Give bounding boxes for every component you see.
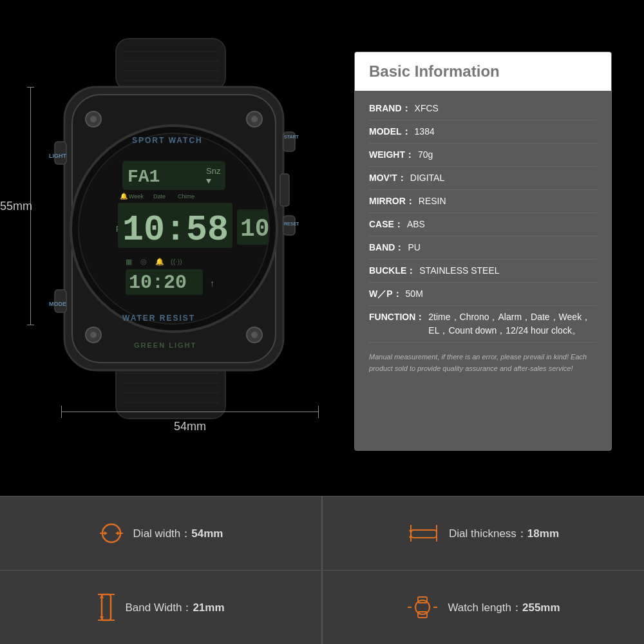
info-label-6: BAND： bbox=[369, 241, 404, 254]
svg-point-19 bbox=[251, 332, 258, 338]
dial-thickness-text: Dial thickness：18mm bbox=[449, 526, 559, 541]
info-panel: Basic Information BRAND：XFCSMODEL：1384WE… bbox=[354, 52, 612, 451]
dial-width-text: Dial width：54mm bbox=[133, 526, 223, 541]
svg-point-17 bbox=[90, 332, 97, 338]
svg-text:▦: ▦ bbox=[126, 258, 132, 265]
svg-text:((·)): ((·)) bbox=[171, 258, 182, 265]
band-width-text: Band Width：21mm bbox=[125, 600, 224, 615]
info-label-3: MOV'T： bbox=[369, 171, 406, 185]
svg-marker-63 bbox=[409, 534, 413, 538]
svg-rect-28 bbox=[280, 174, 289, 206]
info-title-bar: Basic Information bbox=[355, 52, 611, 91]
info-value-0: XFCS bbox=[415, 102, 597, 115]
svg-text:FA1: FA1 bbox=[128, 167, 160, 187]
info-row-6: BAND：PU bbox=[369, 236, 597, 260]
watch-length-text: Watch length：255mm bbox=[448, 600, 560, 615]
info-row-7: BUCKLE：STAINLESS STEEL bbox=[369, 260, 597, 283]
info-value-6: PU bbox=[408, 241, 597, 254]
watch-length-icon bbox=[406, 596, 439, 619]
svg-marker-58 bbox=[115, 531, 118, 535]
info-value-9: 2time，Chrono，Alarm，Date，Week，EL，Count do… bbox=[428, 310, 597, 337]
info-label-5: CASE： bbox=[369, 218, 403, 231]
band-width-icon bbox=[97, 593, 116, 621]
svg-text:↑: ↑ bbox=[210, 278, 214, 289]
spec-cell-dial-thickness: Dial thickness：18mm bbox=[322, 497, 644, 570]
info-row-2: WEIGHT：70g bbox=[369, 144, 597, 167]
info-note: Manual measurement, if there is an error… bbox=[369, 352, 597, 374]
info-value-2: 70g bbox=[418, 148, 597, 162]
svg-text:10:20: 10:20 bbox=[129, 272, 187, 294]
info-label-2: WEIGHT： bbox=[369, 148, 414, 162]
svg-text:RESET: RESET bbox=[284, 222, 299, 226]
info-row-5: CASE：ABS bbox=[369, 213, 597, 236]
info-value-5: ABS bbox=[407, 218, 597, 231]
svg-marker-57 bbox=[104, 531, 108, 535]
info-label-8: W／P： bbox=[369, 287, 402, 301]
dial-thickness-icon bbox=[408, 524, 440, 543]
info-title: Basic Information bbox=[369, 62, 500, 80]
svg-text:Snz: Snz bbox=[206, 166, 221, 176]
svg-text:◎: ◎ bbox=[140, 258, 147, 265]
svg-marker-62 bbox=[409, 530, 413, 534]
svg-text:10: 10 bbox=[240, 215, 270, 243]
info-row-8: W／P：50M bbox=[369, 283, 597, 306]
spec-cell-band-width: Band Width：21mm bbox=[0, 571, 322, 644]
info-label-0: BRAND： bbox=[369, 102, 411, 115]
info-value-8: 50M bbox=[406, 287, 597, 301]
info-label-1: MODEL： bbox=[369, 125, 411, 138]
info-value-7: STAINLESS STEEL bbox=[419, 264, 597, 278]
spec-cell-watch-length: Watch length：255mm bbox=[322, 571, 644, 644]
svg-rect-0 bbox=[116, 39, 225, 90]
svg-text:10:58: 10:58 bbox=[122, 210, 229, 251]
info-row-1: MODEL：1384 bbox=[369, 120, 597, 144]
dim-54mm-label: 54mm bbox=[174, 420, 206, 433]
info-row-4: MIRROR：RESIN bbox=[369, 190, 597, 213]
info-value-3: DIGITAL bbox=[410, 171, 597, 185]
svg-text:START: START bbox=[284, 135, 299, 139]
info-label-7: BUCKLE： bbox=[369, 264, 415, 278]
svg-text:Chime: Chime bbox=[178, 193, 194, 200]
svg-text:WATER RESIST: WATER RESIST bbox=[122, 314, 195, 323]
svg-text:GREEN LIGHT: GREEN LIGHT bbox=[134, 341, 196, 349]
svg-text:🔔: 🔔 bbox=[120, 192, 128, 200]
svg-text:LIGHT: LIGHT bbox=[49, 153, 66, 159]
info-label-4: MIRROR： bbox=[369, 194, 415, 208]
info-row-9: FUNCTION：2time，Chrono，Alarm，Date，Week，EL… bbox=[369, 306, 597, 343]
dial-width-icon bbox=[99, 520, 124, 546]
svg-point-15 bbox=[251, 116, 258, 122]
info-label-9: FUNCTION： bbox=[369, 310, 424, 337]
svg-text:🔔: 🔔 bbox=[155, 257, 164, 266]
svg-text:Date: Date bbox=[153, 193, 166, 200]
info-row-0: BRAND：XFCS bbox=[369, 97, 597, 120]
info-value-4: RESIN bbox=[419, 194, 597, 208]
svg-text:MODE: MODE bbox=[49, 301, 66, 307]
specs-bar: Dial width：54mm Dial thickness：18mm bbox=[0, 496, 644, 644]
spec-cell-dial-width: Dial width：54mm bbox=[0, 497, 322, 570]
svg-text:Week: Week bbox=[129, 193, 144, 200]
dim-55mm-label: 55mm bbox=[0, 200, 32, 213]
info-row-3: MOV'T：DIGITAL bbox=[369, 167, 597, 190]
svg-point-13 bbox=[90, 116, 97, 122]
svg-rect-59 bbox=[411, 530, 437, 538]
svg-text:SPORT WATCH: SPORT WATCH bbox=[132, 136, 203, 145]
info-value-1: 1384 bbox=[415, 125, 597, 138]
